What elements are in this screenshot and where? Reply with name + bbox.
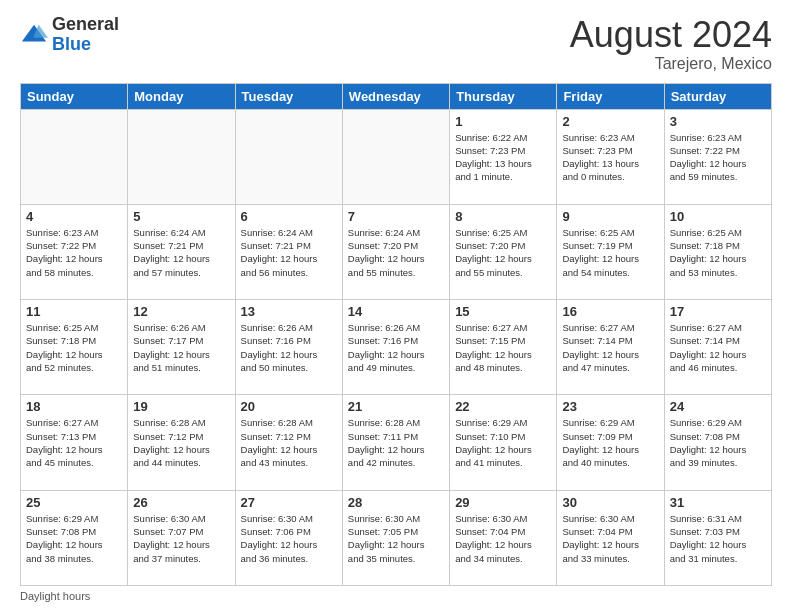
calendar-cell — [235, 109, 342, 204]
calendar-cell — [21, 109, 128, 204]
calendar-cell: 16Sunrise: 6:27 AM Sunset: 7:14 PM Dayli… — [557, 300, 664, 395]
cell-info-text: Sunrise: 6:30 AM Sunset: 7:06 PM Dayligh… — [241, 512, 337, 565]
cell-day-number: 26 — [133, 495, 229, 510]
week-row-4: 25Sunrise: 6:29 AM Sunset: 7:08 PM Dayli… — [21, 490, 772, 585]
calendar-table: SundayMondayTuesdayWednesdayThursdayFrid… — [20, 83, 772, 586]
cell-info-text: Sunrise: 6:23 AM Sunset: 7:22 PM Dayligh… — [26, 226, 122, 279]
cell-day-number: 9 — [562, 209, 658, 224]
cell-day-number: 1 — [455, 114, 551, 129]
cell-info-text: Sunrise: 6:28 AM Sunset: 7:12 PM Dayligh… — [241, 416, 337, 469]
title-block: August 2024 Tarejero, Mexico — [570, 15, 772, 73]
calendar-cell: 15Sunrise: 6:27 AM Sunset: 7:15 PM Dayli… — [450, 300, 557, 395]
cell-day-number: 31 — [670, 495, 766, 510]
cell-day-number: 19 — [133, 399, 229, 414]
col-header-sunday: Sunday — [21, 83, 128, 109]
cell-day-number: 5 — [133, 209, 229, 224]
week-row-2: 11Sunrise: 6:25 AM Sunset: 7:18 PM Dayli… — [21, 300, 772, 395]
daylight-label: Daylight hours — [20, 590, 90, 602]
col-header-wednesday: Wednesday — [342, 83, 449, 109]
page: General Blue August 2024 Tarejero, Mexic… — [0, 0, 792, 612]
cell-day-number: 25 — [26, 495, 122, 510]
calendar-cell: 28Sunrise: 6:30 AM Sunset: 7:05 PM Dayli… — [342, 490, 449, 585]
calendar-cell: 10Sunrise: 6:25 AM Sunset: 7:18 PM Dayli… — [664, 204, 771, 299]
cell-info-text: Sunrise: 6:29 AM Sunset: 7:08 PM Dayligh… — [670, 416, 766, 469]
calendar-cell: 5Sunrise: 6:24 AM Sunset: 7:21 PM Daylig… — [128, 204, 235, 299]
cell-info-text: Sunrise: 6:29 AM Sunset: 7:08 PM Dayligh… — [26, 512, 122, 565]
cell-day-number: 27 — [241, 495, 337, 510]
week-row-1: 4Sunrise: 6:23 AM Sunset: 7:22 PM Daylig… — [21, 204, 772, 299]
cell-info-text: Sunrise: 6:30 AM Sunset: 7:04 PM Dayligh… — [562, 512, 658, 565]
cell-day-number: 22 — [455, 399, 551, 414]
calendar-cell: 29Sunrise: 6:30 AM Sunset: 7:04 PM Dayli… — [450, 490, 557, 585]
logo: General Blue — [20, 15, 119, 55]
cell-info-text: Sunrise: 6:24 AM Sunset: 7:20 PM Dayligh… — [348, 226, 444, 279]
calendar-cell: 14Sunrise: 6:26 AM Sunset: 7:16 PM Dayli… — [342, 300, 449, 395]
cell-day-number: 8 — [455, 209, 551, 224]
calendar-cell: 4Sunrise: 6:23 AM Sunset: 7:22 PM Daylig… — [21, 204, 128, 299]
col-header-thursday: Thursday — [450, 83, 557, 109]
cell-info-text: Sunrise: 6:23 AM Sunset: 7:22 PM Dayligh… — [670, 131, 766, 184]
cell-info-text: Sunrise: 6:27 AM Sunset: 7:14 PM Dayligh… — [562, 321, 658, 374]
col-header-friday: Friday — [557, 83, 664, 109]
cell-info-text: Sunrise: 6:31 AM Sunset: 7:03 PM Dayligh… — [670, 512, 766, 565]
cell-info-text: Sunrise: 6:29 AM Sunset: 7:09 PM Dayligh… — [562, 416, 658, 469]
logo-icon — [20, 21, 48, 49]
cell-info-text: Sunrise: 6:30 AM Sunset: 7:04 PM Dayligh… — [455, 512, 551, 565]
calendar-cell: 12Sunrise: 6:26 AM Sunset: 7:17 PM Dayli… — [128, 300, 235, 395]
cell-info-text: Sunrise: 6:30 AM Sunset: 7:07 PM Dayligh… — [133, 512, 229, 565]
calendar-cell: 27Sunrise: 6:30 AM Sunset: 7:06 PM Dayli… — [235, 490, 342, 585]
col-header-monday: Monday — [128, 83, 235, 109]
calendar-cell: 18Sunrise: 6:27 AM Sunset: 7:13 PM Dayli… — [21, 395, 128, 490]
cell-day-number: 23 — [562, 399, 658, 414]
cell-info-text: Sunrise: 6:25 AM Sunset: 7:20 PM Dayligh… — [455, 226, 551, 279]
cell-day-number: 16 — [562, 304, 658, 319]
cell-info-text: Sunrise: 6:26 AM Sunset: 7:17 PM Dayligh… — [133, 321, 229, 374]
cell-day-number: 20 — [241, 399, 337, 414]
cell-day-number: 7 — [348, 209, 444, 224]
cell-info-text: Sunrise: 6:25 AM Sunset: 7:19 PM Dayligh… — [562, 226, 658, 279]
cell-info-text: Sunrise: 6:22 AM Sunset: 7:23 PM Dayligh… — [455, 131, 551, 184]
cell-info-text: Sunrise: 6:28 AM Sunset: 7:12 PM Dayligh… — [133, 416, 229, 469]
calendar-cell: 22Sunrise: 6:29 AM Sunset: 7:10 PM Dayli… — [450, 395, 557, 490]
cell-info-text: Sunrise: 6:30 AM Sunset: 7:05 PM Dayligh… — [348, 512, 444, 565]
cell-day-number: 3 — [670, 114, 766, 129]
col-header-tuesday: Tuesday — [235, 83, 342, 109]
calendar-cell: 9Sunrise: 6:25 AM Sunset: 7:19 PM Daylig… — [557, 204, 664, 299]
week-row-0: 1Sunrise: 6:22 AM Sunset: 7:23 PM Daylig… — [21, 109, 772, 204]
calendar-cell: 7Sunrise: 6:24 AM Sunset: 7:20 PM Daylig… — [342, 204, 449, 299]
day-header-row: SundayMondayTuesdayWednesdayThursdayFrid… — [21, 83, 772, 109]
cell-day-number: 30 — [562, 495, 658, 510]
calendar-cell: 3Sunrise: 6:23 AM Sunset: 7:22 PM Daylig… — [664, 109, 771, 204]
cell-info-text: Sunrise: 6:27 AM Sunset: 7:15 PM Dayligh… — [455, 321, 551, 374]
cell-day-number: 14 — [348, 304, 444, 319]
cell-day-number: 24 — [670, 399, 766, 414]
cell-info-text: Sunrise: 6:25 AM Sunset: 7:18 PM Dayligh… — [670, 226, 766, 279]
cell-day-number: 13 — [241, 304, 337, 319]
calendar-cell: 25Sunrise: 6:29 AM Sunset: 7:08 PM Dayli… — [21, 490, 128, 585]
logo-blue-text: Blue — [52, 34, 91, 54]
cell-day-number: 15 — [455, 304, 551, 319]
cell-day-number: 2 — [562, 114, 658, 129]
calendar-cell: 24Sunrise: 6:29 AM Sunset: 7:08 PM Dayli… — [664, 395, 771, 490]
calendar-cell: 19Sunrise: 6:28 AM Sunset: 7:12 PM Dayli… — [128, 395, 235, 490]
calendar-cell: 2Sunrise: 6:23 AM Sunset: 7:23 PM Daylig… — [557, 109, 664, 204]
cell-day-number: 21 — [348, 399, 444, 414]
location-title: Tarejero, Mexico — [570, 55, 772, 73]
cell-info-text: Sunrise: 6:24 AM Sunset: 7:21 PM Dayligh… — [241, 226, 337, 279]
calendar-cell: 21Sunrise: 6:28 AM Sunset: 7:11 PM Dayli… — [342, 395, 449, 490]
cell-info-text: Sunrise: 6:27 AM Sunset: 7:14 PM Dayligh… — [670, 321, 766, 374]
footer-note: Daylight hours — [20, 590, 772, 602]
calendar-cell: 13Sunrise: 6:26 AM Sunset: 7:16 PM Dayli… — [235, 300, 342, 395]
cell-info-text: Sunrise: 6:23 AM Sunset: 7:23 PM Dayligh… — [562, 131, 658, 184]
cell-info-text: Sunrise: 6:26 AM Sunset: 7:16 PM Dayligh… — [348, 321, 444, 374]
calendar-cell: 30Sunrise: 6:30 AM Sunset: 7:04 PM Dayli… — [557, 490, 664, 585]
month-title: August 2024 — [570, 15, 772, 55]
calendar-cell: 23Sunrise: 6:29 AM Sunset: 7:09 PM Dayli… — [557, 395, 664, 490]
calendar-cell: 31Sunrise: 6:31 AM Sunset: 7:03 PM Dayli… — [664, 490, 771, 585]
cell-day-number: 28 — [348, 495, 444, 510]
calendar-cell: 17Sunrise: 6:27 AM Sunset: 7:14 PM Dayli… — [664, 300, 771, 395]
calendar-cell: 6Sunrise: 6:24 AM Sunset: 7:21 PM Daylig… — [235, 204, 342, 299]
cell-info-text: Sunrise: 6:24 AM Sunset: 7:21 PM Dayligh… — [133, 226, 229, 279]
cell-info-text: Sunrise: 6:29 AM Sunset: 7:10 PM Dayligh… — [455, 416, 551, 469]
calendar-cell: 20Sunrise: 6:28 AM Sunset: 7:12 PM Dayli… — [235, 395, 342, 490]
